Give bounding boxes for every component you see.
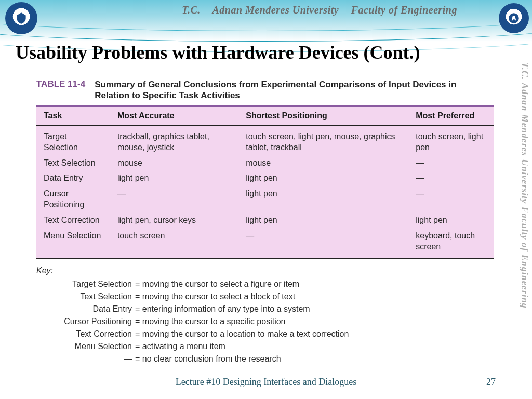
- key-def: moving the cursor to select a figure or …: [135, 278, 299, 290]
- key-row: Cursor Positioningmoving the cursor to a…: [36, 315, 494, 328]
- key-term: Cursor Positioning: [36, 315, 135, 328]
- table-cell: light pen: [238, 170, 408, 186]
- table-row: Menu Selectiontouch screen—keyboard, tou…: [36, 228, 494, 259]
- table-cell: touch screen: [110, 228, 238, 259]
- slide-title: Usability Problems with Hardware Devices…: [16, 42, 516, 63]
- key-term: Text Selection: [36, 290, 135, 303]
- footer-text: Lecture #10 Designing Interfaces and Dia…: [0, 377, 532, 388]
- key-row: Menu Selectionactivating a menu item: [36, 340, 494, 353]
- key-def: moving the cursor to a specific position: [135, 315, 285, 328]
- table-cell: Text Selection: [36, 155, 110, 171]
- faculty-logo-icon: [499, 3, 529, 33]
- key-def: entering information of any type into a …: [135, 303, 310, 315]
- key-row: —no clear conclusion from the research: [36, 353, 494, 365]
- table-cell: —: [408, 155, 494, 171]
- table-cell: —: [408, 186, 494, 212]
- table-row: Data Entrylight penlight pen—: [36, 170, 494, 186]
- input-devices-table: Task Most Accurate Shortest Positioning …: [36, 105, 494, 259]
- key-term: Target Selection: [36, 278, 135, 290]
- table-row: Text Selectionmousemouse—: [36, 155, 494, 171]
- key-def: moving the cursor to select a block of t…: [135, 290, 295, 303]
- table-header-row: Task Most Accurate Shortest Positioning …: [36, 106, 494, 125]
- banner-university: Adnan Menderes University: [212, 4, 339, 16]
- table-row: Target Selectiontrackball, graphics tabl…: [36, 125, 494, 155]
- banner-faculty: Faculty of Engineering: [351, 4, 457, 16]
- col-accurate: Most Accurate: [110, 106, 238, 125]
- page-number: 27: [486, 377, 496, 388]
- table-cell: touch screen, light pen: [408, 125, 494, 155]
- table-wrap: TABLE 11-4 Summary of General Conclusion…: [36, 79, 494, 365]
- table-cell: Text Correction: [36, 212, 110, 228]
- side-banner-text: T.C. Adnan Menderes University Faculty o…: [517, 62, 530, 348]
- header-banner: T.C. Adnan Menderes University Faculty o…: [0, 0, 532, 42]
- key-row: Text Selectionmoving the cursor to selec…: [36, 290, 494, 303]
- table-cell: —: [408, 170, 494, 186]
- table-cell: keyboard, touch screen: [408, 228, 494, 259]
- table-cell: Data Entry: [36, 170, 110, 186]
- table-cell: mouse: [110, 155, 238, 171]
- col-preferred: Most Preferred: [408, 106, 494, 125]
- key-def: moving the cursor to a location to make …: [135, 328, 349, 340]
- slide-content: Usability Problems with Hardware Devices…: [16, 42, 516, 365]
- table-cell: light pen, cursor keys: [110, 212, 238, 228]
- table-row: Text Correctionlight pen, cursor keyslig…: [36, 212, 494, 228]
- university-logo-icon: [5, 2, 37, 34]
- table-cell: mouse: [238, 155, 408, 171]
- table-row: Cursor Positioning—light pen—: [36, 186, 494, 212]
- table-cell: Cursor Positioning: [36, 186, 110, 212]
- key-row: Target Selectionmoving the cursor to sel…: [36, 278, 494, 290]
- banner-tc: T.C.: [182, 4, 201, 16]
- table-cell: Menu Selection: [36, 228, 110, 259]
- key-def: no clear conclusion from the research: [135, 353, 281, 365]
- table-cell: light pen: [238, 212, 408, 228]
- key-row: Data Entryentering information of any ty…: [36, 303, 494, 315]
- table-cell: light pen: [110, 170, 238, 186]
- key-term: Text Correction: [36, 328, 135, 340]
- key-block: Key: Target Selectionmoving the cursor t…: [36, 264, 494, 365]
- key-def: activating a menu item: [135, 340, 225, 353]
- key-term: Data Entry: [36, 303, 135, 315]
- col-task: Task: [36, 106, 110, 125]
- col-shortest: Shortest Positioning: [238, 106, 408, 125]
- key-row: Text Correctionmoving the cursor to a lo…: [36, 328, 494, 340]
- table-caption: Summary of General Conclusions from Expe…: [95, 79, 494, 101]
- key-title: Key:: [36, 264, 494, 277]
- table-cell: Target Selection: [36, 125, 110, 155]
- key-term: Menu Selection: [36, 340, 135, 353]
- table-number: TABLE 11-4: [36, 79, 85, 89]
- banner-text: T.C. Adnan Menderes University Faculty o…: [182, 4, 467, 16]
- key-term: —: [36, 353, 135, 365]
- table-cell: light pen: [408, 212, 494, 228]
- table-cell: trackball, graphics tablet, mouse, joyst…: [110, 125, 238, 155]
- table-cell: —: [238, 228, 408, 259]
- table-cell: —: [110, 186, 238, 212]
- table-cell: light pen: [238, 186, 408, 212]
- table-cell: touch screen, light pen, mouse, graphics…: [238, 125, 408, 155]
